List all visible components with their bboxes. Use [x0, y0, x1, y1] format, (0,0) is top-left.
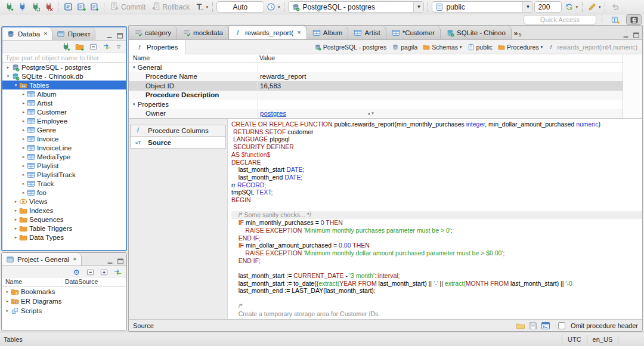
property-row-procedure-description[interactable]: Procedure Description	[129, 91, 642, 100]
open-perspective-button[interactable]	[608, 14, 623, 25]
side-tab-source[interactable]: <TSource	[130, 137, 226, 149]
collapse-arrow-icon[interactable]: ▾	[133, 65, 135, 70]
owner-link[interactable]: postgres	[260, 110, 286, 117]
tree-item-tables[interactable]: ▾Tables	[2, 81, 126, 89]
sync-connection-icon[interactable]	[563, 1, 575, 13]
splitter-handle[interactable]: ▲▼	[367, 112, 374, 115]
expand-arrow-icon[interactable]: ▸	[20, 172, 27, 177]
breadcrumb-pagila[interactable]: pagila	[392, 44, 417, 51]
dbeaver-perspective-button[interactable]	[626, 14, 642, 25]
property-row-owner[interactable]: Ownerpostgres	[129, 109, 642, 119]
new-connection-icon[interactable]	[3, 1, 15, 13]
column-header-datasource[interactable]: DataSource	[61, 278, 98, 286]
expand-arrow-icon[interactable]: ▸	[20, 119, 27, 123]
active-schema-select[interactable]: public ▼	[432, 1, 533, 13]
grid-column-name[interactable]: Name	[129, 54, 257, 62]
breadcrumb-postgresql-postgres[interactable]: PostgreSQL - postgres	[314, 44, 386, 51]
gear-icon[interactable]: ⚙	[72, 267, 81, 277]
sql-editor-icon[interactable]	[62, 1, 74, 13]
minimize-view-icon[interactable]	[105, 32, 114, 40]
dropdown-arrow-icon[interactable]: ▾	[575, 5, 578, 10]
transaction-log-icon[interactable]	[265, 1, 277, 13]
column-header-name[interactable]: Name	[2, 278, 61, 286]
close-tab-icon[interactable]: ✕	[73, 257, 77, 262]
tree-item-artist[interactable]: ▸Artist	[2, 98, 126, 107]
property-row-properties[interactable]: ▾Properties	[129, 100, 642, 109]
editor-tab-customer[interactable]: *Customer	[386, 26, 441, 39]
tree-item-album[interactable]: ▸Album	[2, 89, 126, 98]
grid-column-value[interactable]: Value	[257, 54, 275, 62]
expand-arrow-icon[interactable]: ▸	[20, 155, 27, 159]
new-connection-icon[interactable]	[61, 42, 70, 51]
project-item-er-diagrams[interactable]: ▸ER Diagrams	[2, 296, 126, 306]
save-to-file-icon[interactable]	[528, 321, 538, 330]
expand-arrow-icon[interactable]: ▸	[4, 308, 11, 313]
expand-arrow-icon[interactable]: ▸	[20, 146, 27, 150]
dropdown-arrow-icon[interactable]: ▾	[599, 5, 601, 10]
tab-overflow-button[interactable]: »5	[512, 29, 524, 39]
tree-item-views[interactable]: ▸Views	[2, 197, 126, 206]
expand-arrow-icon[interactable]: ▸	[20, 110, 27, 115]
tree-item-indexes[interactable]: ▸Indexes	[2, 206, 126, 215]
expand-all-icon[interactable]	[99, 267, 109, 277]
breadcrumb-procedures[interactable]: Procedures▾	[498, 44, 543, 51]
tree-item-invoiceline[interactable]: ▸InvoiceLine	[2, 143, 126, 152]
dropdown-arrow-icon[interactable]: ▼	[413, 2, 423, 12]
tree-item-sequences[interactable]: ▸Sequences	[2, 215, 126, 224]
minimize-editor-icon[interactable]	[621, 31, 631, 39]
status-timezone[interactable]: UTC	[568, 336, 581, 343]
minimize-view-icon[interactable]	[106, 257, 115, 265]
collapse-all-icon[interactable]	[88, 42, 98, 51]
load-from-file-icon[interactable]	[516, 321, 525, 330]
edit-pen-icon[interactable]	[586, 1, 598, 13]
open-sql-console-icon[interactable]	[541, 321, 550, 330]
expand-arrow-icon[interactable]: ▸	[20, 181, 27, 186]
editor-tab-artist[interactable]: Artist	[348, 26, 386, 39]
expand-arrow-icon[interactable]: ▸	[20, 163, 27, 168]
tab-properties[interactable]: f Properties	[129, 40, 185, 54]
reconnect-icon[interactable]	[29, 1, 41, 13]
expand-arrow-icon[interactable]: ▸	[13, 217, 19, 222]
tree-item-mediatype[interactable]: ▸MediaType	[2, 152, 126, 161]
tree-item-playlist[interactable]: ▸Playlist	[2, 161, 126, 170]
tab-project-general[interactable]: Project - General ✕	[2, 253, 82, 265]
breadcrumb-schemas[interactable]: Schemas▾	[423, 44, 462, 51]
tree-item-sqlite-chinook-db[interactable]: ▾SQLite - Chinook.db	[2, 72, 126, 81]
disconnect-icon[interactable]	[42, 1, 54, 13]
tree-item-genre[interactable]: ▸Genre	[2, 125, 126, 134]
property-row-procedure-name[interactable]: Procedure Namerewards_report	[129, 72, 642, 82]
expand-arrow-icon[interactable]: ▸	[20, 128, 27, 132]
open-sql-script-icon[interactable]	[75, 1, 87, 13]
property-row-object-id[interactable]: Object ID16,583	[129, 81, 642, 91]
side-tab-procedure-columns[interactable]: fProcedure Columns	[130, 125, 226, 137]
editor-tab-rewards-report[interactable]: frewards_report(✕	[229, 26, 307, 39]
project-item-scripts[interactable]: ▸Scripts	[2, 306, 126, 316]
tree-item-table-triggers[interactable]: ▸Table Triggers	[2, 224, 126, 233]
grid-scrollbar[interactable]	[623, 54, 642, 118]
property-row-general[interactable]: ▾General	[129, 63, 642, 72]
expand-arrow-icon[interactable]: ▸	[13, 208, 19, 213]
editor-tab-sqlite-chinoo[interactable]: SQLite - Chinoo	[441, 26, 512, 39]
expand-arrow-icon[interactable]: ▸	[20, 190, 27, 195]
expand-arrow-icon[interactable]: ▸	[4, 289, 11, 294]
expand-arrow-icon[interactable]: ▸	[4, 299, 11, 304]
dropdown-arrow-icon[interactable]: ▾	[460, 45, 462, 50]
expand-arrow-icon[interactable]: ▸	[20, 101, 27, 106]
commit-button[interactable]: Commit	[108, 2, 148, 13]
dropdown-arrow-icon[interactable]: ▾	[278, 5, 280, 10]
maximize-view-icon[interactable]	[115, 32, 125, 40]
tree-item-customer[interactable]: ▸Customer	[2, 107, 126, 116]
dropdown-arrow-icon[interactable]: ▾	[541, 45, 543, 50]
connect-icon[interactable]	[16, 1, 28, 13]
collapse-arrow-icon[interactable]: ▾	[5, 74, 11, 79]
dropdown-arrow-icon[interactable]: ▾	[206, 5, 208, 10]
source-code-editor[interactable]: CREATE OR REPLACE FUNCTION public.reward…	[227, 118, 642, 319]
tab-projects[interactable]: Проект	[52, 27, 95, 40]
editor-tab-category[interactable]: category	[129, 26, 177, 39]
close-tab-icon[interactable]: ✕	[44, 31, 48, 36]
breadcrumb-public[interactable]: public	[467, 44, 493, 51]
expand-arrow-icon[interactable]: ▸	[5, 65, 11, 70]
tab-database-navigator[interactable]: Databa ✕	[2, 27, 52, 40]
expand-arrow-icon[interactable]: ▸	[20, 137, 27, 141]
close-tab-icon[interactable]: ✕	[297, 30, 301, 35]
